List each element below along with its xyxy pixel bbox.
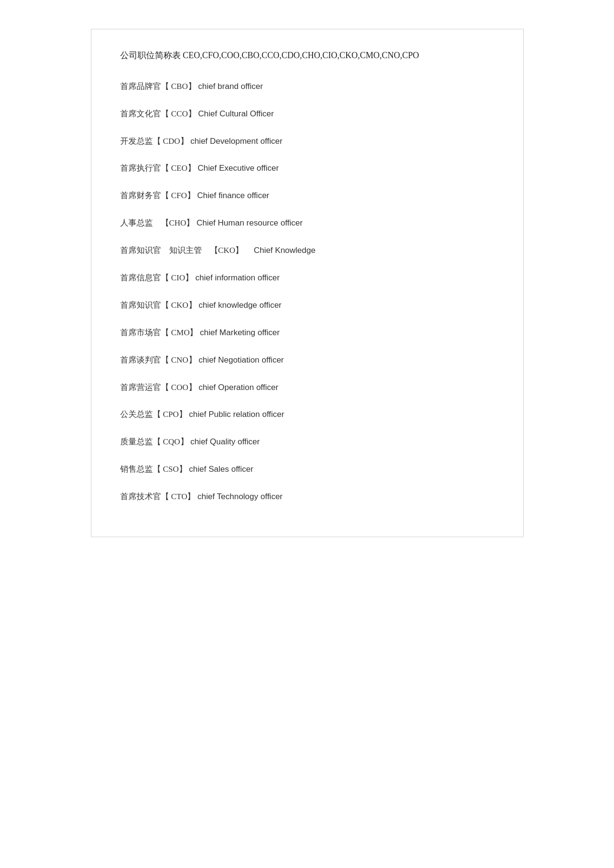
entry-english: chief knowledge officer [199,301,282,310]
entry-english: Chief Human resource officer [197,218,303,227]
header-text: 公司职位简称表 CEO,CFO,COO,CBO,CCO,CDO,CHO,CIO,… [120,50,419,60]
entry-english: chief Public relation officer [189,410,284,419]
entry-chinese: 首席信息官【 CIO】 [120,273,194,282]
list-item: 首席信息官【 CIO】 chief information officer [120,271,494,285]
entry-chinese: 首席知识官【 CKO】 [120,301,197,310]
entry-english: Chief Executive officer [198,164,279,173]
entry-english: chief Technology officer [198,492,283,501]
list-item: 首席品牌官【 CBO】 chief brand officer [120,80,494,94]
list-item: 首席文化官【 CCO】 Chief Cultural Officer [120,107,494,121]
list-item: 首席市场官【 CMO】 chief Marketing officer [120,326,494,340]
list-item: 首席谈判官【 CNO】 chief Negotiation officer [120,353,494,367]
list-item: 人事总监 【CHO】 Chief Human resource officer [120,216,494,230]
page-header: 公司职位简称表 CEO,CFO,COO,CBO,CCO,CDO,CHO,CIO,… [120,49,494,63]
entry-english: chief Operation officer [199,383,278,392]
entry-chinese: 首席谈判官【 CNO】 [120,355,197,365]
entry-english: Chief Knowledge [246,246,316,255]
list-item: 首席营运官【 COO】 chief Operation officer [120,381,494,395]
entry-english: Chief Cultural Officer [198,109,274,118]
entry-chinese: 质量总监【 CQO】 [120,437,188,446]
list-item: 首席执行官【 CEO】 Chief Executive officer [120,162,494,176]
entry-chinese: 首席文化官【 CCO】 [120,109,196,118]
list-item: 首席技术官【 CTO】 chief Technology officer [120,490,494,504]
entry-chinese: 人事总监 【CHO】 [120,218,195,227]
page-container: 公司职位简称表 CEO,CFO,COO,CBO,CCO,CDO,CHO,CIO,… [91,29,524,537]
entry-chinese: 开发总监【 CDO】 [120,137,188,146]
list-item: 首席财务官【 CFO】 Chief finance officer [120,189,494,203]
entry-chinese: 首席营运官【 COO】 [120,383,197,392]
entry-chinese: 首席财务官【 CFO】 [120,191,195,200]
entry-chinese: 首席市场官【 CMO】 [120,328,198,337]
list-item: 公关总监【 CPO】 chief Public relation officer [120,408,494,422]
entry-english: chief information officer [195,273,279,282]
entry-english: Chief finance officer [197,191,269,200]
list-item: 首席知识官 知识主管 【CKO】 Chief Knowledge [120,244,494,258]
list-item: 销售总监【 CSO】 chief Sales officer [120,463,494,477]
entry-english: chief Sales officer [189,465,253,474]
entry-english: chief brand officer [198,82,263,91]
entry-chinese: 首席品牌官【 CBO】 [120,82,196,91]
entry-english: chief Marketing officer [200,328,280,337]
entry-chinese: 公关总监【 CPO】 [120,410,187,419]
entry-english: chief Negotiation officer [199,355,284,365]
entry-english: chief Quality officer [190,437,260,446]
entry-chinese: 首席执行官【 CEO】 [120,164,196,173]
entry-chinese: 销售总监【 CSO】 [120,465,187,474]
list-item: 质量总监【 CQO】 chief Quality officer [120,435,494,449]
entries-list: 首席品牌官【 CBO】 chief brand officer首席文化官【 CC… [120,80,494,504]
entry-english: chief Development officer [190,137,283,146]
entry-chinese: 首席知识官 知识主管 【CKO】 [120,246,244,255]
list-item: 开发总监【 CDO】 chief Development officer [120,135,494,149]
list-item: 首席知识官【 CKO】 chief knowledge officer [120,299,494,313]
entry-chinese: 首席技术官【 CTO】 [120,492,196,501]
